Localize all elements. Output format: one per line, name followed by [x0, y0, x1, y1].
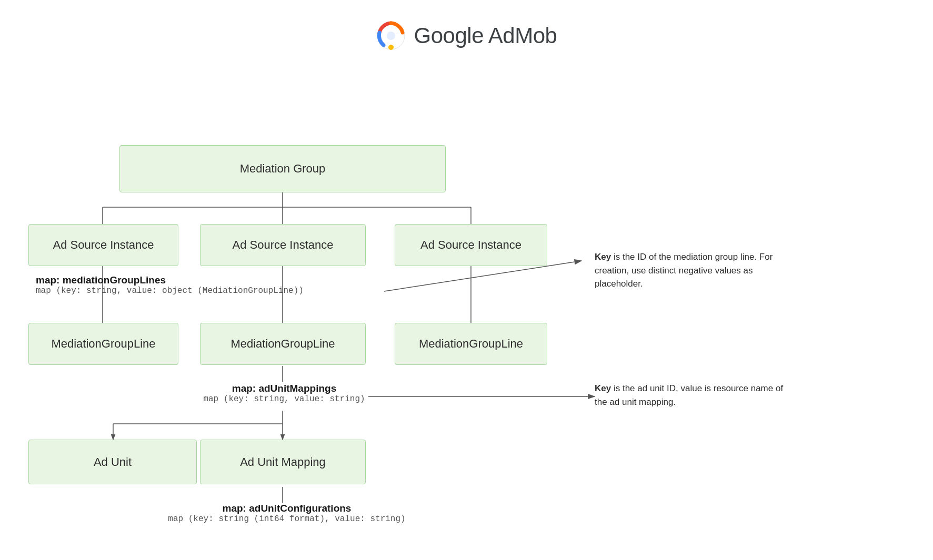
diagram-area: Mediation Group Ad Source Instance Ad So… — [0, 72, 933, 545]
page-title: Google AdMob — [414, 23, 557, 48]
map2-subtitle: map (key: string, value: string) — [158, 394, 410, 404]
map-adUnitConfigurations-label: map: adUnitConfigurations map (key: stri… — [163, 503, 410, 524]
ad-source-1-label: Ad Source Instance — [53, 238, 154, 252]
svg-point-2 — [387, 32, 395, 40]
map-adUnitMappings-label: map: adUnitMappings map (key: string, va… — [158, 383, 410, 404]
mediation-group-box: Mediation Group — [119, 145, 446, 192]
map1-title: map: mediationGroupLines — [36, 274, 378, 286]
map-mediationGroupLines-label: map: mediationGroupLines map (key: strin… — [36, 274, 378, 296]
ad-source-instance-1-box: Ad Source Instance — [28, 224, 178, 266]
ad-unit-label: Ad Unit — [94, 455, 132, 469]
map3-subtitle: map (key: string (int64 format), value: … — [163, 514, 410, 524]
map3-code-post: format), value: string) — [284, 514, 405, 524]
map1-code-pre: map (key: string, value: object ( — [36, 286, 203, 296]
map2-title: map: adUnitMappings — [158, 383, 410, 394]
mediation-line-1-box: MediationGroupLine — [28, 323, 178, 365]
mediation-line-3-box: MediationGroupLine — [395, 323, 547, 365]
annotation2-text: is the ad unit ID, value is resource nam… — [595, 383, 783, 407]
ad-unit-mapping-box: Ad Unit Mapping — [200, 440, 366, 484]
annotation2-bold: Key — [595, 383, 611, 393]
map3-code-link: int64 — [259, 514, 284, 524]
mediation-line-2-label: MediationGroupLine — [230, 337, 335, 351]
svg-point-1 — [388, 45, 394, 50]
map2-code: map (key: string, value: string) — [203, 394, 365, 404]
admob-logo-icon — [376, 21, 406, 50]
ad-source-3-label: Ad Source Instance — [420, 238, 521, 252]
map3-code-pre: map (key: string ( — [168, 514, 259, 524]
mediation-line-3-label: MediationGroupLine — [419, 337, 523, 351]
annotation-ad-unit-mappings: Key is the ad unit ID, value is resource… — [595, 382, 795, 409]
map3-title: map: adUnitConfigurations — [163, 503, 410, 514]
annotation1-bold: Key — [595, 252, 611, 262]
map1-subtitle: map (key: string, value: object (Mediati… — [36, 286, 378, 296]
header: Google AdMob — [0, 11, 933, 50]
mediation-group-label: Mediation Group — [240, 162, 326, 176]
page-container: Google AdMob — [0, 0, 933, 560]
ad-unit-mapping-label: Ad Unit Mapping — [240, 455, 326, 469]
annotation-mediation-group-lines: Key is the ID of the mediation group lin… — [595, 250, 795, 291]
map3-title-text: map: adUnitConfigurations — [223, 503, 352, 514]
annotation1-text: is the ID of the mediation group line. F… — [595, 252, 773, 289]
map2-title-text: map: adUnitMappings — [232, 383, 336, 394]
ad-unit-box: Ad Unit — [28, 440, 197, 484]
ad-source-instance-3-box: Ad Source Instance — [395, 224, 547, 266]
mediation-line-1-label: MediationGroupLine — [51, 337, 155, 351]
ad-source-2-label: Ad Source Instance — [232, 238, 333, 252]
map1-code-link: MediationGroupLine — [203, 286, 294, 296]
map1-code-post: )) — [294, 286, 304, 296]
ad-source-instance-2-box: Ad Source Instance — [200, 224, 366, 266]
mediation-line-2-box: MediationGroupLine — [200, 323, 366, 365]
map1-title-text: map: mediationGroupLines — [36, 274, 166, 286]
